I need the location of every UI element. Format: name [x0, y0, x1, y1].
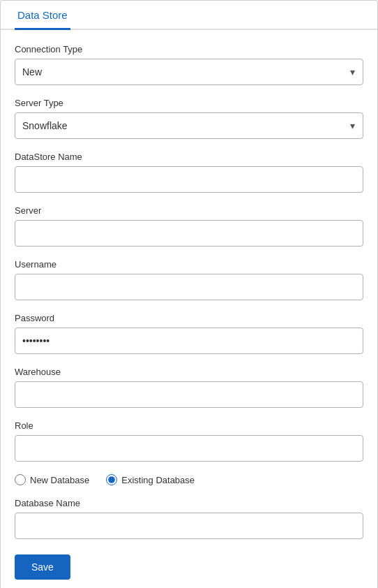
database-name-input[interactable]: [15, 513, 363, 539]
server-type-select[interactable]: Snowflake PostgreSQL MySQL SQL Server: [15, 112, 363, 139]
password-input[interactable]: [15, 328, 363, 354]
existing-database-option[interactable]: Existing Database: [106, 474, 195, 485]
server-type-label: Server Type: [15, 98, 363, 108]
new-database-option[interactable]: New Database: [15, 474, 89, 485]
datastore-name-label: DataStore Name: [15, 152, 363, 162]
username-group: Username: [15, 259, 363, 300]
server-type-group: Server Type Snowflake PostgreSQL MySQL S…: [15, 98, 363, 139]
server-type-select-wrapper: Snowflake PostgreSQL MySQL SQL Server ▾: [15, 112, 363, 139]
database-name-label: Database Name: [15, 498, 363, 508]
connection-type-select-wrapper: New Existing ▾: [15, 59, 363, 85]
tab-data-store[interactable]: Data Store: [15, 1, 70, 30]
database-name-group: Database Name: [15, 498, 363, 539]
tab-bar: Data Store: [1, 1, 377, 30]
existing-database-radio[interactable]: [106, 474, 117, 485]
password-label: Password: [15, 313, 363, 323]
main-window: Data Store Connection Type New Existing …: [0, 0, 378, 588]
form-body: Connection Type New Existing ▾ Server Ty…: [1, 30, 377, 588]
connection-type-label: Connection Type: [15, 44, 363, 54]
datastore-name-input[interactable]: [15, 166, 363, 193]
role-label: Role: [15, 420, 363, 431]
warehouse-group: Warehouse: [15, 367, 363, 408]
warehouse-input[interactable]: [15, 381, 363, 408]
connection-type-select[interactable]: New Existing: [15, 59, 363, 85]
server-input[interactable]: [15, 220, 363, 247]
new-database-radio[interactable]: [15, 474, 26, 485]
password-group: Password: [15, 313, 363, 354]
datastore-name-group: DataStore Name: [15, 152, 363, 193]
database-type-radio-group: New Database Existing Database: [15, 474, 363, 485]
role-group: Role: [15, 420, 363, 462]
save-button[interactable]: Save: [15, 554, 70, 580]
username-label: Username: [15, 259, 363, 270]
server-group: Server: [15, 205, 363, 247]
warehouse-label: Warehouse: [15, 367, 363, 377]
new-database-label: New Database: [30, 475, 89, 485]
connection-type-group: Connection Type New Existing ▾: [15, 44, 363, 85]
existing-database-label: Existing Database: [121, 475, 195, 485]
username-input[interactable]: [15, 274, 363, 300]
role-input[interactable]: [15, 435, 363, 462]
server-label: Server: [15, 205, 363, 216]
